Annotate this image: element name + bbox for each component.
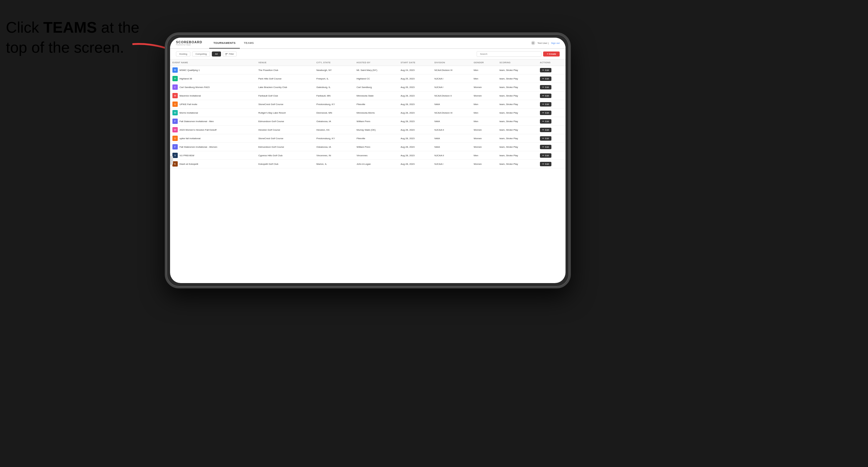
filter-icon	[225, 53, 228, 55]
cell-start-date: Aug 28, 2023	[398, 160, 432, 168]
edit-label: Edit	[545, 69, 549, 71]
table-row: M MSMC Qualifying 1 The Powelton Club Ne…	[170, 66, 565, 74]
edit-label: Edit	[545, 120, 549, 123]
edit-button[interactable]: ✏ Edit	[540, 162, 551, 166]
cell-scoring: team, Stroke Play	[497, 74, 537, 83]
table-row: H Highland 36 Park Hills Golf Course Fre…	[170, 74, 565, 83]
cell-city-state: Oskaloosa, IA	[314, 117, 354, 126]
pencil-icon: ✏	[542, 154, 544, 157]
hosting-button[interactable]: Hosting	[176, 52, 190, 57]
cell-gender: Women	[471, 143, 497, 151]
cell-city-state: Oskaloosa, IA	[314, 143, 354, 151]
instruction-bold: TEAMS	[43, 19, 97, 36]
team-logo: M	[173, 110, 178, 115]
cell-gender: Men	[471, 151, 497, 160]
competing-button[interactable]: Competing	[192, 52, 210, 57]
cell-city-state: Deerwood, MN	[314, 108, 354, 117]
pencil-icon: ✏	[542, 94, 544, 97]
cell-event-name: K Klash at Kokopelli	[170, 160, 256, 168]
table-row: M Maverick Invitational Faribault Golf C…	[170, 92, 565, 100]
cell-gender: Women	[471, 83, 497, 92]
table-header: EVENT NAME VENUE CITY, STATE HOSTED BY S…	[170, 59, 565, 66]
create-button[interactable]: + Create	[543, 52, 560, 57]
cell-event-name: F Fall Statesmen Invitational - Men	[170, 117, 256, 126]
cell-actions: ✏ Edit	[537, 74, 565, 83]
settings-icon[interactable]: ⚙	[531, 41, 535, 45]
cell-actions: ✏ Edit	[537, 160, 565, 168]
logo-subtitle: Powered by Clippit	[176, 44, 202, 45]
event-name-text: Highland 36	[180, 77, 192, 80]
edit-label: Edit	[545, 146, 549, 148]
cell-city-state: Marion, IL	[314, 160, 354, 168]
nav-bar: SCOREBOARD Powered by Clippit TOURNAMENT…	[170, 38, 565, 49]
edit-button[interactable]: ✏ Edit	[540, 76, 551, 81]
cell-venue: Edmundson Golf Course	[256, 143, 314, 151]
pencil-icon: ✏	[542, 146, 544, 148]
table-container[interactable]: EVENT NAME VENUE CITY, STATE HOSTED BY S…	[170, 59, 565, 283]
cell-scoring: team, Stroke Play	[497, 100, 537, 108]
cell-division: NAIA	[432, 134, 471, 143]
tournaments-table: EVENT NAME VENUE CITY, STATE HOSTED BY S…	[170, 59, 565, 168]
cell-event-name: M Morris Invitational	[170, 108, 256, 117]
table-row: U upike fall invitational StoneCrest Gol…	[170, 134, 565, 143]
team-logo: F	[173, 144, 178, 150]
edit-button[interactable]: ✏ Edit	[540, 136, 551, 141]
cell-event-name: V VU PREVIEW	[170, 151, 256, 160]
filter-button[interactable]: Filter	[223, 52, 237, 57]
table-row: V VU PREVIEW Cypress Hills Golf Club Vin…	[170, 151, 565, 160]
edit-button[interactable]: ✏ Edit	[540, 128, 551, 132]
cell-venue: Edmundson Golf Course	[256, 117, 314, 126]
pencil-icon: ✏	[542, 69, 544, 71]
edit-button[interactable]: ✏ Edit	[540, 119, 551, 124]
signout-link[interactable]: Sign out	[551, 42, 560, 44]
search-input[interactable]	[477, 51, 541, 57]
cell-start-date: Aug 25, 2023	[398, 74, 432, 83]
cell-start-date: Aug 28, 2023	[398, 134, 432, 143]
cell-actions: ✏ Edit	[537, 92, 565, 100]
edit-button[interactable]: ✏ Edit	[540, 85, 551, 89]
cell-hosted-by: Minnesota-Morris	[354, 108, 398, 117]
instruction-pre: Click	[6, 19, 43, 36]
edit-button[interactable]: ✏ Edit	[540, 145, 551, 149]
app-container: SCOREBOARD Powered by Clippit TOURNAMENT…	[170, 38, 565, 283]
table-row: U UPIKE Fall Invite StoneCrest Golf Cour…	[170, 100, 565, 108]
cell-division: NAIA	[432, 117, 471, 126]
cell-actions: ✏ Edit	[537, 108, 565, 117]
tab-tournaments[interactable]: TOURNAMENTS	[209, 38, 240, 49]
all-button[interactable]: All	[212, 52, 221, 57]
cell-gender: Men	[471, 108, 497, 117]
cell-event-name: M Maverick Invitational	[170, 92, 256, 100]
cell-venue: StoneCrest Golf Course	[256, 100, 314, 108]
tablet-frame: SCOREBOARD Powered by Clippit TOURNAMENT…	[165, 32, 571, 288]
sidebar-toggle[interactable]: ›	[170, 156, 173, 165]
edit-button[interactable]: ✏ Edit	[540, 68, 551, 72]
team-logo: V	[173, 153, 178, 158]
cell-scoring: team, Stroke Play	[497, 126, 537, 134]
logo-title: SCOREBOARD	[176, 40, 202, 44]
event-name-text: MSMC Qualifying 1	[180, 69, 200, 71]
edit-button[interactable]: ✏ Edit	[540, 153, 551, 158]
edit-button[interactable]: ✏ Edit	[540, 102, 551, 106]
cell-actions: ✏ Edit	[537, 117, 565, 126]
cell-division: NJCAA I	[432, 160, 471, 168]
team-logo: C	[173, 85, 178, 90]
cell-hosted-by: Pikeville	[354, 100, 398, 108]
cell-actions: ✏ Edit	[537, 134, 565, 143]
cell-city-state: Vincennes, IN	[314, 151, 354, 160]
cell-actions: ✏ Edit	[537, 100, 565, 108]
cell-division: NJCAA II	[432, 151, 471, 160]
edit-button[interactable]: ✏ Edit	[540, 111, 551, 115]
cell-gender: Women	[471, 134, 497, 143]
cell-hosted-by: Highland CC	[354, 74, 398, 83]
pencil-icon: ✏	[542, 120, 544, 123]
edit-button[interactable]: ✏ Edit	[540, 94, 551, 98]
logo-area: SCOREBOARD Powered by Clippit	[176, 40, 202, 45]
cell-city-state: Prestonsburg, KY	[314, 134, 354, 143]
tab-teams[interactable]: TEAMS	[240, 38, 258, 49]
edit-label: Edit	[545, 112, 549, 114]
pencil-icon: ✏	[542, 77, 544, 80]
team-logo: F	[173, 119, 178, 124]
cell-venue: The Powelton Club	[256, 66, 314, 74]
event-name-text: 2023 Women's Hesston Fall Kickoff	[180, 129, 217, 131]
pencil-icon: ✏	[542, 129, 544, 131]
